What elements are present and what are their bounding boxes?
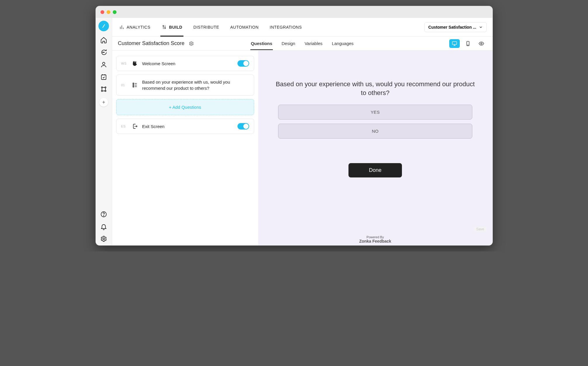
svg-point-11 — [163, 25, 164, 26]
svg-point-9 — [103, 215, 104, 216]
tab-variables[interactable]: Variables — [304, 37, 323, 50]
preview-option-no[interactable]: NO — [278, 124, 472, 139]
preview-button[interactable] — [476, 39, 487, 48]
add-question-label: + Add Questions — [169, 105, 201, 110]
survey-title: Customer Satisfaction Score — [118, 40, 185, 46]
nav-integrations[interactable]: INTEGRATIONS — [268, 18, 303, 36]
svg-rect-3 — [101, 75, 106, 80]
tab-design[interactable]: Design — [281, 37, 296, 50]
svg-point-0 — [103, 52, 103, 53]
build-icon — [162, 25, 167, 30]
survey-selector-label: Customer Satisfaction ... — [428, 25, 476, 30]
exit-toggle[interactable] — [237, 123, 249, 130]
nav-distribute[interactable]: DISTRIBUTE — [192, 18, 220, 36]
svg-point-10 — [103, 238, 105, 240]
svg-point-13 — [190, 43, 192, 44]
device-mobile-button[interactable] — [463, 39, 473, 48]
nav-automation[interactable]: AUTOMATION — [229, 18, 260, 36]
analytics-icon — [119, 25, 124, 30]
nav-label: BUILD — [169, 25, 182, 30]
choice-icon — [132, 82, 138, 88]
chevron-down-icon — [479, 25, 483, 29]
exit-icon — [132, 123, 138, 130]
nav-label: DISTRIBUTE — [193, 25, 219, 30]
powered-by: Powered By Zonka Feedback — [359, 235, 391, 244]
maximize-window-button[interactable] — [113, 10, 117, 14]
desktop-icon — [452, 41, 457, 46]
svg-point-19 — [133, 84, 134, 86]
preview-question-text: Based on your experience with us, would … — [273, 80, 478, 97]
left-nav-rail: + — [96, 18, 112, 245]
nav-build[interactable]: BUILD — [160, 18, 183, 36]
svg-point-12 — [164, 27, 165, 28]
svg-point-17 — [481, 43, 482, 44]
builder-tabs: Questions Design Variables Languages — [250, 37, 354, 50]
device-desktop-button[interactable] — [449, 39, 460, 48]
card-text: Based on your experience with us, would … — [142, 79, 249, 91]
contacts-icon[interactable] — [100, 61, 107, 68]
save-button[interactable]: Save — [474, 227, 486, 232]
traffic-lights — [100, 10, 117, 14]
help-icon[interactable] — [100, 211, 107, 218]
svg-rect-14 — [452, 42, 457, 44]
card-badge: WS — [121, 62, 128, 65]
nav-label: ANALYTICS — [127, 25, 150, 30]
svg-point-4 — [101, 87, 103, 88]
brand-logo[interactable] — [98, 21, 109, 31]
add-question-button[interactable]: + Add Questions — [116, 99, 254, 115]
svg-point-2 — [103, 62, 105, 65]
preview-done-button[interactable]: Done — [348, 163, 402, 177]
wave-icon — [132, 60, 138, 67]
nav-label: AUTOMATION — [230, 25, 259, 30]
tasks-icon[interactable] — [100, 73, 107, 80]
card-badge: ES — [121, 125, 128, 128]
conversations-icon[interactable] — [100, 49, 107, 56]
nav-analytics[interactable]: ANALYTICS — [118, 18, 152, 36]
settings-icon[interactable] — [100, 235, 107, 242]
svg-point-20 — [133, 86, 134, 87]
svg-point-6 — [101, 90, 103, 92]
welcome-screen-card[interactable]: WS Welcome Screen — [116, 56, 254, 71]
tab-questions[interactable]: Questions — [250, 37, 273, 50]
question-list-panel: WS Welcome Screen 01 Based on your exper… — [112, 51, 258, 245]
svg-point-18 — [133, 83, 134, 84]
app-frame: + ANALYTICS BUILD DISTRIBUTE — [96, 18, 492, 245]
add-button[interactable]: + — [99, 98, 108, 107]
card-label: Welcome Screen — [142, 61, 233, 67]
builder-body: WS Welcome Screen 01 Based on your exper… — [112, 51, 492, 245]
svg-point-1 — [104, 52, 104, 53]
svg-point-7 — [105, 90, 106, 92]
close-window-button[interactable] — [100, 10, 104, 14]
notifications-icon[interactable] — [100, 223, 107, 230]
sub-header: Customer Satisfaction Score Questions De… — [112, 37, 492, 51]
minimize-window-button[interactable] — [107, 10, 110, 14]
exit-screen-card[interactable]: ES Exit Screen — [116, 119, 254, 134]
top-nav: ANALYTICS BUILD DISTRIBUTE AUTOMATION IN… — [112, 18, 492, 37]
welcome-toggle[interactable] — [237, 60, 249, 67]
preview-option-yes[interactable]: YES — [278, 105, 472, 120]
main-area: ANALYTICS BUILD DISTRIBUTE AUTOMATION IN… — [112, 18, 492, 245]
survey-selector-dropdown[interactable]: Customer Satisfaction ... — [424, 22, 486, 32]
card-badge: 01 — [121, 83, 128, 87]
svg-point-16 — [468, 45, 468, 45]
nav-label: INTEGRATIONS — [270, 25, 302, 30]
app-window: + ANALYTICS BUILD DISTRIBUTE — [96, 6, 493, 246]
card-label: Exit Screen — [142, 123, 233, 130]
question-card-1[interactable]: 01 Based on your experience with us, wou… — [116, 75, 254, 96]
home-icon[interactable] — [100, 37, 107, 44]
mobile-icon — [465, 41, 471, 46]
tab-languages[interactable]: Languages — [331, 37, 354, 50]
workflows-icon[interactable] — [100, 86, 107, 93]
survey-settings-icon[interactable] — [189, 41, 194, 46]
eye-icon — [478, 41, 484, 46]
svg-point-5 — [105, 87, 106, 88]
titlebar — [96, 6, 492, 18]
preview-pane: Based on your experience with us, would … — [258, 51, 492, 245]
